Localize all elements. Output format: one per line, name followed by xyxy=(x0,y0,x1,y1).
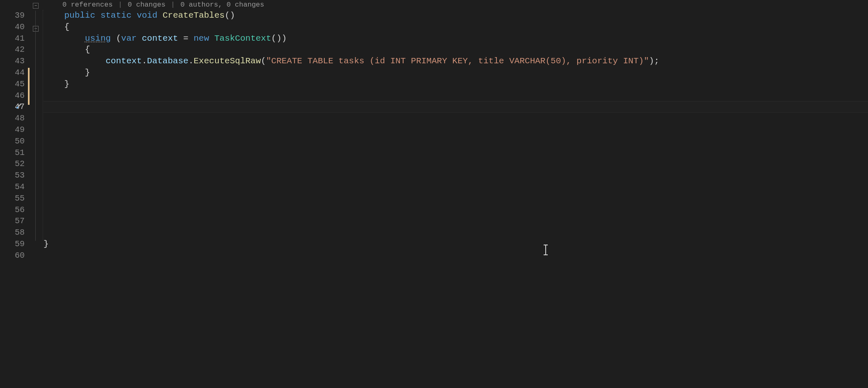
code-line[interactable] xyxy=(44,158,868,170)
line-number: 45 xyxy=(0,79,25,90)
code-editor[interactable]: 39 40 41 42 43 44 45 46 47 48 49 50 51 5… xyxy=(0,0,868,388)
code-line[interactable] xyxy=(44,193,868,204)
variable: context xyxy=(106,56,142,66)
method-name: CreateTables xyxy=(163,11,225,20)
punct: . xyxy=(142,56,147,66)
line-number: 53 xyxy=(0,170,25,181)
folding-column: − − xyxy=(30,0,44,388)
punct: () xyxy=(225,11,235,20)
property: Database xyxy=(147,56,188,66)
line-number-gutter: 39 40 41 42 43 44 45 46 47 48 49 50 51 5… xyxy=(0,0,28,388)
line-number: 41 xyxy=(0,33,25,44)
code-line[interactable]: { xyxy=(44,21,868,33)
line-number: 46 xyxy=(0,90,25,102)
line-number: 57 xyxy=(0,215,25,227)
line-number: 52 xyxy=(0,158,25,170)
keyword: void xyxy=(137,11,157,20)
brace: } xyxy=(44,239,49,249)
line-number: 43 xyxy=(0,55,25,67)
code-line[interactable] xyxy=(44,136,868,147)
line-number: 48 xyxy=(0,113,25,124)
fold-toggle[interactable]: − xyxy=(33,3,39,9)
punct: ( xyxy=(261,56,266,66)
codelens-references[interactable]: 0 references xyxy=(62,1,113,9)
code-line[interactable] xyxy=(44,90,868,102)
codelens-bar[interactable]: 0 references | 0 changes | 0 authors, 0 … xyxy=(44,0,868,10)
brace: { xyxy=(85,45,90,54)
code-line[interactable] xyxy=(44,124,868,136)
line-number: 56 xyxy=(0,204,25,216)
codelens-authors[interactable]: 0 authors, 0 changes xyxy=(180,1,264,9)
line-number-active: 47 xyxy=(0,101,25,113)
operator: = xyxy=(183,34,193,43)
brace: } xyxy=(64,79,69,89)
punct: ( xyxy=(111,34,121,43)
code-line[interactable] xyxy=(44,227,868,238)
code-line[interactable]: using (var context = new TaskContext()) xyxy=(44,33,868,44)
line-number: 59 xyxy=(0,238,25,250)
keyword: using xyxy=(85,34,111,43)
line-number: 55 xyxy=(0,193,25,204)
brace: } xyxy=(85,68,90,77)
code-line[interactable] xyxy=(44,113,868,124)
keyword: new xyxy=(194,34,209,43)
codelens-changes[interactable]: 0 changes xyxy=(128,1,165,9)
code-line[interactable] xyxy=(44,181,868,193)
brace: { xyxy=(64,22,69,32)
codelens-separator: | xyxy=(118,1,122,9)
fold-toggle[interactable]: − xyxy=(33,26,39,32)
line-number: 40 xyxy=(0,21,25,33)
method-call: ExecuteSqlRaw xyxy=(194,56,261,66)
code-line[interactable] xyxy=(44,250,868,261)
indent-guide xyxy=(43,10,43,240)
code-line[interactable] xyxy=(44,204,868,216)
code-line[interactable]: { xyxy=(44,44,868,55)
modified-marker xyxy=(28,68,30,105)
code-line[interactable]: context.Database.ExecuteSqlRaw("CREATE T… xyxy=(44,55,868,67)
keyword: public xyxy=(64,11,95,20)
line-number: 49 xyxy=(0,124,25,136)
line-number: 50 xyxy=(0,136,25,147)
line-number: 54 xyxy=(0,181,25,193)
code-line[interactable]: } xyxy=(44,79,868,90)
code-line[interactable] xyxy=(44,170,868,181)
keyword: static xyxy=(101,11,132,20)
keyword: var xyxy=(121,34,137,43)
line-number: 60 xyxy=(0,250,25,261)
line-number: 44 xyxy=(0,67,25,79)
codelens-separator: | xyxy=(171,1,175,9)
code-line[interactable] xyxy=(44,147,868,159)
line-number: 58 xyxy=(0,227,25,238)
punct: ); xyxy=(649,56,659,66)
variable: context xyxy=(137,34,183,43)
code-line[interactable]: } xyxy=(44,238,868,250)
line-number: 51 xyxy=(0,147,25,159)
line-number: 39 xyxy=(0,10,25,21)
string-literal: "CREATE TABLE tasks (id INT PRIMARY KEY,… xyxy=(266,56,649,66)
code-line[interactable]: public static void CreateTables() xyxy=(44,10,868,21)
type-name: TaskContext xyxy=(209,34,271,43)
line-number: 42 xyxy=(0,44,25,55)
code-line[interactable] xyxy=(44,215,868,227)
punct: . xyxy=(188,56,194,66)
code-line-active[interactable] xyxy=(44,101,868,113)
code-content[interactable]: 0 references | 0 changes | 0 authors, 0 … xyxy=(44,0,868,388)
code-line[interactable]: } xyxy=(44,67,868,79)
punct: ()) xyxy=(271,34,287,43)
